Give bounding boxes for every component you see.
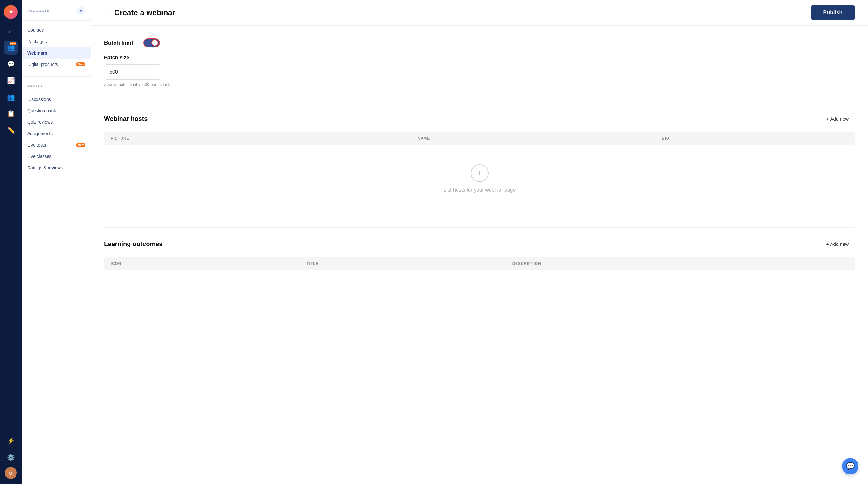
rail-icon-settings[interactable]: ⚙️	[4, 450, 18, 464]
icon-rail: ✦ ⌂ 👥 New 💬 📈 👥 📋 ✏️ ⚡ ⚙️ U	[0, 0, 22, 484]
sidebar-item-webinars-label: Webinars	[27, 51, 47, 56]
sidebar-item-digital-products-label: Digital products	[27, 62, 58, 67]
page-title: Create a webinar	[114, 8, 175, 17]
sidebar-item-question-bank[interactable]: Question bank	[22, 105, 91, 117]
add-host-button[interactable]: + Add new	[820, 112, 855, 125]
batch-limit-section: Batch limit Batch size Zoom's batch limi…	[104, 38, 855, 87]
sidebar-item-ratings-reviews[interactable]: Ratings & reviews	[22, 162, 91, 173]
col-title: TITLE	[300, 257, 506, 270]
sidebar-item-question-bank-label: Question bank	[27, 108, 56, 113]
app-logo: ✦	[4, 5, 18, 19]
batch-limit-label: Batch limit	[104, 40, 133, 46]
rail-icon-home[interactable]: ⌂	[4, 24, 18, 38]
sidebar-header-title: PRODUCTS	[27, 9, 50, 13]
content-area: Batch limit Batch size Zoom's batch limi…	[91, 26, 868, 298]
sidebar-item-discussions[interactable]: Discussions	[22, 94, 91, 105]
outcomes-table: ICON TITLE DESCRIPTION	[104, 257, 855, 270]
sidebar-item-ratings-reviews-label: Ratings & reviews	[27, 165, 63, 170]
col-name: NAME	[411, 132, 655, 145]
webinar-hosts-title: Webinar hosts	[104, 115, 148, 122]
col-bio: BIO	[655, 132, 855, 145]
chat-support-button[interactable]: 💬	[842, 458, 859, 475]
sidebar-item-assignments-label: Assignments	[27, 131, 53, 136]
sidebar-item-quiz-reviews-label: Quiz reviews	[27, 120, 53, 125]
batch-size-section: Batch size Zoom's batch limit is 500 par…	[104, 55, 855, 87]
toggle-thumb	[151, 39, 158, 46]
sidebar-divider	[22, 76, 91, 77]
batch-limit-toggle[interactable]	[144, 38, 160, 47]
batch-size-input[interactable]	[104, 64, 161, 79]
back-arrow-icon: ←	[104, 9, 111, 17]
sidebar-manage-nav: Discussions Question bank Quiz reviews A…	[22, 90, 91, 177]
publish-button[interactable]: Publish	[811, 5, 855, 20]
live-tests-badge: New	[76, 143, 85, 147]
hosts-empty-state: + List hosts for your webinar page	[104, 145, 855, 212]
main-content: ← Create a webinar Publish Batch limit B…	[91, 0, 868, 484]
batch-limit-row: Batch limit	[104, 38, 855, 47]
section-divider-1	[104, 102, 855, 102]
sidebar-item-live-tests[interactable]: Live tests New	[22, 139, 91, 151]
sidebar-item-assignments[interactable]: Assignments	[22, 128, 91, 139]
learning-outcomes-section: Learning outcomes + Add new ICON TITLE D…	[104, 238, 855, 270]
toggle-track[interactable]	[144, 38, 160, 47]
sidebar-item-packages[interactable]: Packages	[22, 36, 91, 47]
sidebar: PRODUCTS « Courses Packages Webinars Dig…	[22, 0, 91, 484]
back-button[interactable]: ←	[104, 9, 111, 17]
batch-size-hint: Zoom's batch limit is 500 participants	[104, 82, 855, 87]
sidebar-item-live-tests-label: Live tests	[27, 142, 46, 148]
sidebar-item-digital-products[interactable]: Digital products New	[22, 59, 91, 70]
chat-icon: 💬	[846, 462, 855, 471]
collapse-sidebar-button[interactable]: «	[76, 6, 85, 15]
sidebar-item-live-classes-label: Live classes	[27, 154, 52, 159]
outcomes-table-header-row: ICON TITLE DESCRIPTION	[104, 257, 855, 270]
sidebar-item-live-classes[interactable]: Live classes	[22, 151, 91, 162]
rail-icon-pen[interactable]: ✏️	[4, 123, 18, 137]
sidebar-item-courses[interactable]: Courses	[22, 25, 91, 36]
sidebar-item-quiz-reviews[interactable]: Quiz reviews	[22, 117, 91, 128]
learning-outcomes-title: Learning outcomes	[104, 240, 162, 248]
empty-plus-icon: +	[471, 164, 489, 182]
outcomes-table-head: ICON TITLE DESCRIPTION	[104, 257, 855, 270]
rail-icon-chat[interactable]: 💬	[4, 57, 18, 71]
sidebar-header: PRODUCTS «	[22, 0, 91, 21]
learning-outcomes-header: Learning outcomes + Add new	[104, 238, 855, 250]
rail-icon-webinars[interactable]: 👥 New	[4, 41, 18, 55]
sidebar-item-courses-label: Courses	[27, 28, 44, 33]
top-bar: ← Create a webinar Publish	[91, 0, 868, 26]
webinar-hosts-section: Webinar hosts + Add new PICTURE NAME BIO…	[104, 112, 855, 212]
batch-size-label: Batch size	[104, 55, 855, 61]
add-outcome-button[interactable]: + Add new	[820, 238, 855, 250]
top-bar-left: ← Create a webinar	[104, 8, 175, 17]
hosts-table: PICTURE NAME BIO	[104, 131, 855, 145]
col-icon: ICON	[104, 257, 301, 270]
rail-icon-documents[interactable]: 📋	[4, 106, 18, 121]
digital-products-badge: New	[76, 63, 85, 66]
sidebar-item-discussions-label: Discussions	[27, 97, 51, 102]
sidebar-item-webinars[interactable]: Webinars	[22, 47, 91, 59]
col-picture: PICTURE	[104, 132, 411, 145]
user-avatar-rail[interactable]: U	[5, 467, 17, 479]
rail-icon-users[interactable]: 👥	[4, 90, 18, 104]
col-description: DESCRIPTION	[506, 257, 855, 270]
webinars-new-badge: New	[9, 42, 17, 45]
sidebar-manage-label: MANAGE	[22, 79, 91, 90]
rail-icon-analytics[interactable]: 📈	[4, 73, 18, 88]
rail-icon-lightning[interactable]: ⚡	[4, 434, 18, 448]
sidebar-item-packages-label: Packages	[27, 39, 46, 44]
hosts-table-head: PICTURE NAME BIO	[104, 132, 855, 145]
section-divider-2	[104, 227, 855, 228]
hosts-table-header-row: PICTURE NAME BIO	[104, 132, 855, 145]
sidebar-products-nav: Courses Packages Webinars Digital produc…	[22, 21, 91, 74]
webinar-hosts-header: Webinar hosts + Add new	[104, 112, 855, 125]
hosts-empty-text: List hosts for your webinar page	[444, 187, 516, 193]
